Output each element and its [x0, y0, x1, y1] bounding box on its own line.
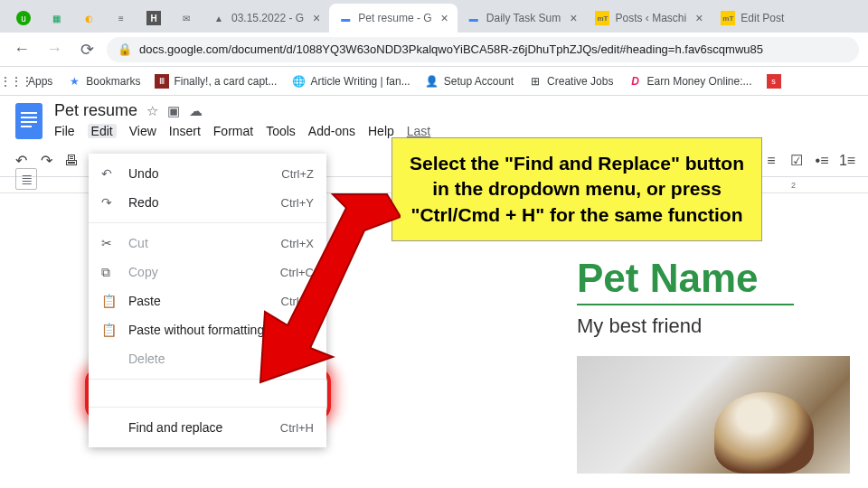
person-icon: 👤	[425, 74, 439, 89]
heading-underline	[577, 304, 794, 305]
menu-delete[interactable]: Delete	[89, 344, 326, 373]
menu-file[interactable]: File	[54, 124, 75, 138]
menu-redo[interactable]: ↷ Redo Ctrl+Y	[89, 188, 326, 217]
star-icon[interactable]: ☆	[146, 103, 158, 119]
copy-icon: ⧉	[101, 265, 118, 280]
left-rail: ≣	[0, 168, 52, 190]
last-edit-link[interactable]: Last	[407, 124, 430, 138]
apps-button[interactable]: ⋮⋮⋮Apps	[9, 74, 52, 89]
tab-sheets[interactable]: ▦	[40, 4, 72, 33]
tab-label: Daily Task Sum	[486, 12, 561, 24]
divider	[89, 222, 326, 223]
menu-bar: File Edit View Insert Format Tools Add-o…	[54, 124, 855, 138]
print-button[interactable]: 🖶	[60, 149, 83, 173]
tab-edit-post[interactable]: mTEdit Post	[712, 4, 793, 33]
tab-5[interactable]: H	[137, 4, 170, 33]
menu-undo[interactable]: ↶ Undo Ctrl+Z	[89, 159, 326, 188]
bookmark-bookmarks[interactable]: ★Bookmarks	[67, 74, 140, 89]
paste-plain-icon: 📋	[101, 323, 118, 337]
globe-icon: 🌐	[291, 74, 306, 89]
lines-icon: ≡	[114, 11, 128, 25]
tab-label: Edit Post	[741, 12, 784, 24]
tab-daily[interactable]: ▬Daily Task Sum×	[458, 4, 587, 33]
mt-icon: mT	[721, 11, 735, 25]
bookmark-setup[interactable]: 👤Setup Account	[425, 74, 514, 89]
bookmark-finally[interactable]: ⅢFinally!, a card capt...	[155, 74, 277, 89]
lock-icon: 🔒	[118, 42, 132, 56]
tab-drive[interactable]: ▲03.15.2022 - G×	[203, 4, 329, 33]
menu-tools[interactable]: Tools	[266, 124, 296, 138]
site-icon: Ⅲ	[155, 74, 169, 89]
docs-icon: ▬	[467, 11, 481, 25]
gmail-icon: ✉	[179, 11, 193, 25]
sheets-icon: ▦	[49, 11, 63, 25]
bookmark-creative[interactable]: ⊞Creative Jobs	[528, 74, 613, 89]
close-icon[interactable]: ×	[313, 11, 320, 25]
browser-tab-strip: u ▦ ◐ ≡ H ✉ ▲03.15.2022 - G× ▬Pet resume…	[0, 0, 868, 33]
menu-edit[interactable]: Edit	[88, 124, 117, 138]
star-icon: ★	[67, 74, 81, 89]
outline-toggle[interactable]: ≣	[15, 168, 37, 190]
edit-dropdown: ↶ Undo Ctrl+Z ↷ Redo Ctrl+Y ✂ Cut Ctrl+X…	[89, 154, 326, 447]
bookmark-s[interactable]: s	[767, 74, 781, 89]
paste-icon: 📋	[101, 294, 118, 308]
h-icon: H	[146, 11, 161, 25]
menu-cut[interactable]: ✂ Cut Ctrl+X	[89, 229, 326, 258]
svg-rect-4	[21, 126, 32, 127]
tab-label: Pet resume - G	[358, 12, 431, 24]
divider	[89, 407, 326, 408]
back-button[interactable]: ←	[9, 37, 34, 62]
reload-button[interactable]: ⟳	[74, 37, 99, 62]
cloud-icon[interactable]: ☁	[189, 103, 203, 119]
grid-icon: ⊞	[528, 74, 542, 89]
menu-insert[interactable]: Insert	[169, 124, 201, 138]
menu-format[interactable]: Format	[213, 124, 253, 138]
page-heading[interactable]: Pet Name	[577, 258, 852, 298]
apps-icon: ⋮⋮⋮	[9, 74, 24, 89]
tab-label: 03.15.2022 - G	[231, 12, 304, 24]
docs-icon: ▬	[338, 11, 353, 25]
menu-view[interactable]: View	[129, 124, 156, 138]
cut-icon: ✂	[101, 236, 118, 250]
svg-rect-2	[21, 117, 37, 118]
tab-gmail[interactable]: ✉	[170, 4, 203, 33]
url-text: docs.google.com/document/d/1088YQ3W63oND…	[139, 42, 763, 56]
tab-4[interactable]: ≡	[105, 4, 137, 33]
mt-icon: mT	[595, 11, 609, 25]
menu-copy[interactable]: ⧉ Copy Ctrl+C	[89, 258, 326, 286]
pet-image[interactable]	[577, 356, 850, 474]
url-input[interactable]: 🔒 docs.google.com/document/d/1088YQ3W63o…	[107, 37, 859, 62]
svg-rect-1	[21, 112, 37, 114]
menu-paste-without-formatting[interactable]: 📋 Paste without formatting Ct	[89, 315, 326, 344]
move-icon[interactable]: ▣	[167, 103, 180, 119]
drive-icon: ▲	[212, 11, 226, 25]
tab-label: Posts ‹ Maschi	[615, 12, 686, 24]
undo-icon: ↶	[101, 166, 118, 181]
menu-help[interactable]: Help	[368, 124, 394, 138]
close-icon[interactable]: ×	[570, 11, 577, 25]
tab-docs-active[interactable]: ▬Pet resume - G×	[329, 4, 458, 33]
bookmark-article[interactable]: 🌐Article Writing | fan...	[291, 74, 410, 89]
d-icon: D	[627, 74, 642, 89]
docs-logo[interactable]	[13, 101, 45, 141]
s-icon: s	[767, 74, 781, 89]
forward-button[interactable]: →	[42, 37, 67, 62]
svg-rect-3	[21, 121, 37, 123]
tab-3[interactable]: ◐	[72, 4, 105, 33]
redo-icon: ↷	[101, 195, 118, 210]
page-subtitle[interactable]: My best friend	[577, 314, 852, 338]
docs-header: Pet resume ☆ ▣ ☁ File Edit View Insert F…	[0, 96, 868, 141]
close-icon[interactable]: ×	[441, 11, 448, 25]
tab-upwork[interactable]: u	[7, 4, 40, 33]
circle-icon: ◐	[81, 11, 96, 25]
document-title[interactable]: Pet resume	[54, 101, 137, 120]
upwork-icon: u	[16, 11, 31, 25]
divider	[89, 379, 326, 380]
close-icon[interactable]: ×	[695, 11, 703, 25]
menu-addons[interactable]: Add-ons	[308, 124, 355, 138]
bookmark-earn[interactable]: DEarn Money Online:...	[627, 74, 751, 89]
tab-posts[interactable]: mTPosts ‹ Maschi×	[586, 4, 712, 33]
menu-find-and-replace[interactable]: Find and replace Ctrl+H	[89, 413, 326, 442]
menu-paste[interactable]: 📋 Paste Ctrl+V	[89, 286, 326, 315]
bookmarks-bar: ⋮⋮⋮Apps ★Bookmarks ⅢFinally!, a card cap…	[0, 67, 868, 96]
